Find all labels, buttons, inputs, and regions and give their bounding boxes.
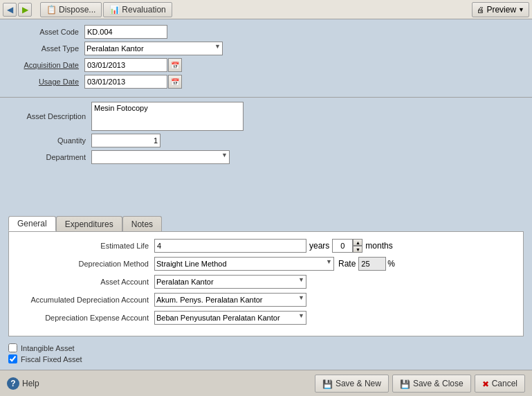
toolbar: ◀ ▶ 📋 Dispose... 📊 Revaluation 🖨 Preview… <box>0 0 532 19</box>
accumulated-depreciation-select[interactable]: Akum. Penys. Peralatan Kantor <box>154 293 306 307</box>
intangible-checkbox[interactable] <box>8 343 17 352</box>
usage-date-row: Usage Date 📅 <box>8 75 524 89</box>
tab-expenditures[interactable]: Expenditures <box>56 216 122 231</box>
forward-button[interactable]: ▶ <box>18 3 32 17</box>
tab-general[interactable]: General <box>8 216 56 231</box>
estimated-life-label: Estimated Life <box>16 242 154 250</box>
asset-code-row: Asset Code <box>8 25 524 39</box>
revaluation-button[interactable]: 📊 Revaluation <box>103 2 172 17</box>
dispose-label: Dispose... <box>59 5 95 15</box>
tab-bar: General Expenditures Notes <box>8 216 524 231</box>
asset-account-select[interactable]: Peralatan Kantor <box>154 275 306 289</box>
months-decrement[interactable]: ▼ <box>353 246 363 253</box>
tabs-section: General Expenditures Notes Estimated Lif… <box>0 216 532 339</box>
preview-dropdown-icon: ▼ <box>518 6 524 13</box>
depreciation-method-label: Depreciation Method <box>16 260 154 268</box>
help-icon-text: ? <box>10 379 15 388</box>
preview-button[interactable]: 🖨 Preview ▼ <box>472 2 529 17</box>
depreciation-expense-row: Depreciation Expense Account Beban Penyu… <box>16 311 516 325</box>
preview-label: Preview <box>486 5 516 15</box>
acquisition-date-picker[interactable]: 📅 <box>168 58 182 72</box>
tab-expenditures-label: Expenditures <box>65 219 113 229</box>
asset-account-label: Asset Account <box>16 278 154 286</box>
revaluation-icon: 📊 <box>109 5 120 15</box>
footer: ? Help Save & New Save & Close Cancel <box>0 370 532 396</box>
cancel-label: Cancel <box>492 379 517 388</box>
months-increment[interactable]: ▲ <box>353 239 363 246</box>
department-select-wrapper <box>91 150 230 164</box>
acquisition-date-label: Acquisition Date <box>8 61 84 69</box>
asset-type-select-wrapper: Peralatan Kantor <box>84 42 223 55</box>
department-label: Department <box>8 153 91 161</box>
quantity-input[interactable] <box>91 134 160 147</box>
depreciation-method-row: Depreciation Method Straight Line Method… <box>16 257 516 271</box>
tab-general-label: General <box>17 219 47 228</box>
tab-notes[interactable]: Notes <box>122 216 162 231</box>
revaluation-label: Revaluation <box>122 5 165 15</box>
main-form: Asset Description Mesin Fotocopy Quantit… <box>0 98 532 216</box>
accumulated-depreciation-wrapper: Akum. Penys. Peralatan Kantor <box>154 293 306 307</box>
save-new-label: Save & New <box>336 379 381 388</box>
tab-notes-label: Notes <box>131 219 153 229</box>
preview-icon: 🖨 <box>477 6 484 14</box>
quantity-label: Quantity <box>8 136 91 145</box>
intangible-row: Intangible Asset <box>8 343 524 352</box>
dispose-button[interactable]: 📋 Dispose... <box>40 2 102 17</box>
depreciation-expense-label: Depreciation Expense Account <box>16 314 154 322</box>
save-new-icon <box>322 378 333 389</box>
usage-date-picker[interactable]: 📅 <box>168 75 182 89</box>
fiscal-row: Fiscal Fixed Asset <box>8 354 524 363</box>
save-new-button[interactable]: Save & New <box>315 375 389 393</box>
estimated-life-input[interactable] <box>154 239 306 253</box>
months-input[interactable] <box>332 239 353 253</box>
depreciation-expense-select[interactable]: Beban Penyusutan Peralatan Kantor <box>154 311 306 325</box>
asset-description-input[interactable]: Mesin Fotocopy <box>91 102 244 131</box>
help-label: Help <box>22 379 39 388</box>
back-button[interactable]: ◀ <box>3 3 17 17</box>
accumulated-depreciation-row: Accumulated Depreciation Account Akum. P… <box>16 293 516 307</box>
rate-label: Rate <box>338 259 356 269</box>
usage-date-label: Usage Date <box>8 78 84 86</box>
department-select[interactable] <box>91 150 230 164</box>
depreciation-method-select[interactable]: Straight Line Method <box>154 257 334 271</box>
acquisition-date-input[interactable] <box>84 58 167 72</box>
months-spinner-buttons: ▲ ▼ <box>353 239 363 253</box>
asset-type-label: Asset Type <box>8 44 84 53</box>
years-label: years <box>309 241 329 251</box>
asset-account-row: Asset Account Peralatan Kantor <box>16 275 516 289</box>
asset-account-wrapper: Peralatan Kantor <box>154 275 306 289</box>
depreciation-expense-wrapper: Beban Penyusutan Peralatan Kantor <box>154 311 306 325</box>
months-label: months <box>365 241 392 251</box>
rate-percent: % <box>387 259 395 269</box>
asset-code-input[interactable] <box>84 25 167 39</box>
department-row: Department <box>8 150 524 164</box>
fiscal-checkbox[interactable] <box>8 354 17 363</box>
cancel-icon <box>482 378 489 389</box>
estimated-life-row: Estimated Life years ▲ ▼ months <box>16 239 516 253</box>
acquisition-date-row: Acquisition Date 📅 <box>8 58 524 72</box>
depreciation-method-wrapper: Straight Line Method <box>154 257 334 271</box>
quantity-row: Quantity <box>8 134 524 147</box>
asset-description-row: Asset Description Mesin Fotocopy <box>8 102 524 131</box>
asset-description-label: Asset Description <box>8 112 91 120</box>
save-close-button[interactable]: Save & Close <box>392 375 471 393</box>
cancel-button[interactable]: Cancel <box>475 375 525 393</box>
intangible-label: Intangible Asset <box>21 344 75 352</box>
fiscal-label: Fiscal Fixed Asset <box>21 355 82 363</box>
save-close-label: Save & Close <box>413 379 464 388</box>
checkbox-area: Intangible Asset Fiscal Fixed Asset <box>0 339 532 370</box>
rate-input[interactable] <box>358 257 386 271</box>
asset-type-row: Asset Type Peralatan Kantor <box>8 42 524 55</box>
asset-code-label: Asset Code <box>8 28 84 36</box>
months-spinner: ▲ ▼ <box>332 239 363 253</box>
dispose-icon: 📋 <box>46 5 57 15</box>
usage-date-input[interactable] <box>84 75 167 89</box>
header-area: Asset Code Asset Type Peralatan Kantor A… <box>0 19 532 98</box>
save-close-icon <box>400 378 410 389</box>
asset-type-select[interactable]: Peralatan Kantor <box>84 42 223 55</box>
tab-content-general: Estimated Life years ▲ ▼ months Deprecia… <box>8 231 524 336</box>
help-area[interactable]: ? Help <box>7 377 39 390</box>
accumulated-depreciation-label: Accumulated Depreciation Account <box>16 296 154 304</box>
help-icon: ? <box>7 377 19 390</box>
